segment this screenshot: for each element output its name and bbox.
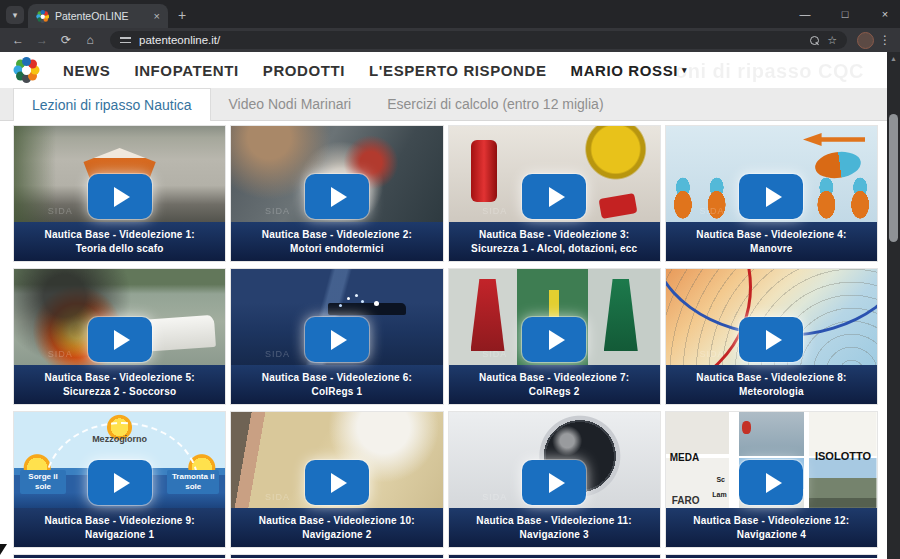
video-card-10[interactable]: SIDA Nautica Base - Videolezione 10: Nav… [230,411,443,548]
site-logo-icon[interactable] [13,57,39,83]
video-card-9[interactable]: Mezzogiorno Sorge il sole Tramonta il so… [13,411,226,548]
video-card-partial[interactable] [448,554,661,558]
play-button[interactable] [739,317,803,362]
video-card-partial[interactable] [230,554,443,558]
video-caption: Nautica Base - Videolezione 1: Teoria de… [14,222,225,261]
video-caption: Nautica Base - Videolezione 10: Navigazi… [231,508,442,547]
play-icon [766,473,782,493]
video-card-1[interactable]: SIDA Nautica Base - Videolezione 1: Teor… [13,125,226,262]
user-menu[interactable]: MARIO ROSSI ▾ [571,62,688,79]
video-card-partial[interactable] [665,554,878,558]
thumb-label-lam: Lam [712,491,726,498]
browser-tab[interactable]: PatenteOnLINE × [28,4,168,28]
play-button[interactable] [522,174,586,219]
home-button[interactable]: ⌂ [80,33,100,47]
play-button[interactable] [522,460,586,505]
caption-line1: Nautica Base - Videolezione 12: [693,514,849,528]
site-favicon-icon [36,10,49,23]
caption-line2: Sicurezza 2 - Soccorso [63,385,176,399]
play-button[interactable] [739,174,803,219]
sida-watermark: SIDA [265,349,290,359]
play-button[interactable] [88,460,152,505]
video-card-8[interactable]: SIDA Nautica Base - Videolezione 8: Mete… [665,268,878,405]
play-button[interactable] [305,174,369,219]
nav-item-infopatenti[interactable]: INFOPATENTI [134,62,238,79]
video-card-3[interactable]: SIDA Nautica Base - Videolezione 3: Sicu… [448,125,661,262]
video-caption: Nautica Base - Videolezione 2: Motori en… [231,222,442,261]
scrollbar-thumb[interactable] [889,114,898,242]
address-bar[interactable]: patenteonline.it/ ☆ [110,31,847,49]
play-button[interactable] [522,317,586,362]
caption-line1: Nautica Base - Videolezione 3: [479,228,629,242]
video-card-4[interactable]: SIDA Nautica Base - Videolezione 4: Mano… [665,125,878,262]
play-icon [549,187,565,207]
close-tab-icon[interactable]: × [154,10,160,22]
video-grid: SIDA Nautica Base - Videolezione 1: Teor… [0,121,900,548]
play-icon [331,473,347,493]
thumb-label-mezzogiorno: Mezzogiorno [14,434,225,444]
thumb-label-isolotto: ISOLOTTO [815,450,871,462]
site-header: NEWS INFOPATENTI PRODOTTI L'ESPERTO RISP… [0,52,900,88]
caption-line1: Nautica Base - Videolezione 5: [44,371,194,385]
close-window-button[interactable]: × [878,8,892,20]
video-caption: Nautica Base - Videolezione 11: Navigazi… [449,508,660,547]
video-card-7[interactable]: SIDA Nautica Base - Videolezione 7: ColR… [448,268,661,405]
section-tabs: Lezioni di ripasso Nautica Video Nodi Ma… [0,88,900,121]
browser-tab-title: PatenteOnLINE [55,10,148,22]
scroll-up-icon[interactable]: ▲ [887,52,900,62]
video-caption: Nautica Base - Videolezione 5: Sicurezza… [14,365,225,404]
tab-video-nodi-marinari[interactable]: Video Nodi Marinari [211,88,370,120]
reload-button[interactable]: ⟳ [56,33,76,47]
tab-chevron-icon[interactable]: ▾ [6,6,24,24]
back-button[interactable]: ← [8,33,28,47]
video-card-11[interactable]: SIDA Nautica Base - Videolezione 11: Nav… [448,411,661,548]
play-icon [766,187,782,207]
caption-line2: ColRegs 1 [312,385,363,399]
browser-menu-icon[interactable]: ⋮ [878,33,892,47]
video-card-12[interactable]: MEDA ISOLOTTO FARO Sc Lam Nautica Base -… [665,411,878,548]
caption-line1: Nautica Base - Videolezione 11: [476,514,632,528]
maximize-button[interactable]: □ [838,8,852,20]
nav-item-news[interactable]: NEWS [63,62,110,79]
caption-line2: Manovre [750,242,793,256]
play-icon [114,473,130,493]
forward-button[interactable]: → [32,33,52,47]
nav-item-esperto[interactable]: L'ESPERTO RISPONDE [369,62,546,79]
play-button[interactable] [305,317,369,362]
tab-esercizi-calcolo[interactable]: Esercizi di calcolo (entro 12 miglia) [369,88,621,120]
play-button[interactable] [88,317,152,362]
tab-lezioni-ripasso-nautica[interactable]: Lezioni di ripasso Nautica [13,88,211,121]
video-caption: Nautica Base - Videolezione 7: ColRegs 2 [449,365,660,404]
caption-line1: Nautica Base - Videolezione 1: [44,228,194,242]
sida-watermark: SIDA [482,492,507,502]
new-tab-button[interactable]: + [178,7,186,23]
play-icon [114,187,130,207]
caption-line2: Sicurezza 1 - Alcol, dotazioni, ecc [471,242,637,256]
play-button[interactable] [305,460,369,505]
thumb-label-faro: FARO [672,495,700,506]
video-caption: Nautica Base - Videolezione 3: Sicurezza… [449,222,660,261]
video-caption: Nautica Base - Videolezione 4: Manovre [666,222,877,261]
video-card-2[interactable]: SIDA Nautica Base - Videolezione 2: Moto… [230,125,443,262]
caption-line2: Navigazione 3 [519,528,588,542]
video-caption: Nautica Base - Videolezione 9: Navigazio… [14,508,225,547]
user-menu-label: MARIO ROSSI [571,62,678,79]
bookmark-star-icon[interactable]: ☆ [827,34,837,47]
tune-icon[interactable] [120,36,131,44]
sida-watermark: SIDA [482,206,507,216]
play-button[interactable] [739,460,803,505]
nav-item-prodotti[interactable]: PRODOTTI [263,62,345,79]
zoom-icon[interactable] [810,36,819,45]
caption-line1: Nautica Base - Videolezione 4: [696,228,846,242]
play-button[interactable] [88,174,152,219]
browser-toolbar: ← → ⟳ ⌂ patenteonline.it/ ☆ ⋮ [0,28,900,52]
video-card-6[interactable]: SIDA Nautica Base - Videolezione 6: ColR… [230,268,443,405]
profile-avatar[interactable] [857,32,874,49]
caption-line2: Navigazione 4 [737,528,806,542]
video-card-partial[interactable] [13,554,226,558]
scrollbar[interactable]: ▲ [887,52,900,559]
play-icon [766,330,782,350]
url-text[interactable]: patenteonline.it/ [139,34,802,46]
video-card-5[interactable]: SIDA Nautica Base - Videolezione 5: Sicu… [13,268,226,405]
minimize-button[interactable]: — [798,8,812,20]
